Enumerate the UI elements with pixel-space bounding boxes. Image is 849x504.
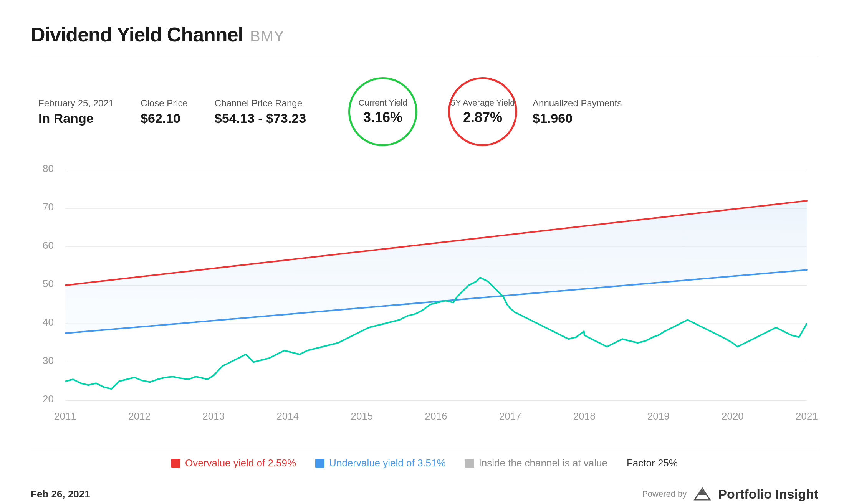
- svg-text:50: 50: [43, 278, 54, 289]
- payments-label: Annualized Payments: [533, 98, 622, 109]
- svg-text:60: 60: [43, 240, 54, 251]
- svg-text:2018: 2018: [573, 410, 596, 422]
- svg-marker-26: [65, 201, 807, 333]
- overvalue-legend: Overvalue yield of 2.59%: [171, 457, 296, 469]
- svg-text:80: 80: [43, 165, 54, 174]
- channel-label: Inside the channel is at value: [479, 457, 607, 469]
- svg-text:30: 30: [43, 355, 54, 366]
- date-status-block: February 25, 2021 In Range: [38, 98, 141, 126]
- page-title: Dividend Yield Channel: [31, 23, 243, 46]
- channel-range-value: $54.13 - $73.23: [215, 111, 306, 126]
- svg-text:2020: 2020: [722, 410, 744, 422]
- channel-range-label: Channel Price Range: [215, 98, 302, 109]
- brand-name: Portfolio Insight: [718, 487, 818, 502]
- payments-block: Annualized Payments $1.960: [533, 98, 649, 126]
- svg-text:2014: 2014: [276, 410, 299, 422]
- status-value: In Range: [38, 111, 94, 126]
- chart-area: 80 70 60 50 40 30 20 2011 2012 201: [31, 165, 818, 436]
- overvalue-label: Overvalue yield of 2.59%: [185, 457, 296, 469]
- undervalue-dot: [315, 459, 324, 468]
- avg-yield-label: 5Y Average Yield: [451, 98, 515, 108]
- footer-date: Feb 26, 2021: [31, 488, 90, 500]
- footer-row: Feb 26, 2021 Powered by Portfolio Insigh…: [31, 483, 818, 502]
- close-price-value: $62.10: [141, 111, 180, 126]
- svg-text:2017: 2017: [499, 410, 521, 422]
- ticker-symbol: BMY: [250, 28, 285, 45]
- factor-legend: Factor 25%: [627, 457, 678, 469]
- svg-text:2013: 2013: [202, 410, 225, 422]
- svg-text:2021: 2021: [796, 410, 818, 422]
- close-price-block: Close Price $62.10: [141, 98, 215, 126]
- undervalue-label: Undervalue yield of 3.51%: [329, 457, 446, 469]
- close-price-label: Close Price: [141, 98, 188, 109]
- undervalue-legend: Undervalue yield of 3.51%: [315, 457, 446, 469]
- svg-text:2019: 2019: [647, 410, 670, 422]
- svg-text:2011: 2011: [54, 410, 76, 422]
- powered-by-label: Powered by: [642, 489, 687, 499]
- legend-row: Overvalue yield of 2.59% Undervalue yiel…: [31, 451, 818, 475]
- channel-legend: Inside the channel is at value: [465, 457, 607, 469]
- brand-logo-icon: [693, 486, 712, 502]
- svg-text:2015: 2015: [351, 410, 373, 422]
- channel-range-block: Channel Price Range $54.13 - $73.23: [215, 98, 333, 126]
- date-label: February 25, 2021: [38, 98, 114, 109]
- payments-value: $1.960: [533, 111, 573, 126]
- svg-text:2012: 2012: [128, 410, 151, 422]
- avg-yield-circle: 5Y Average Yield 2.87%: [448, 77, 517, 146]
- svg-text:20: 20: [43, 393, 54, 405]
- svg-text:40: 40: [43, 316, 54, 328]
- factor-label: Factor 25%: [627, 457, 678, 469]
- svg-text:2016: 2016: [425, 410, 447, 422]
- current-yield-label: Current Yield: [358, 98, 407, 108]
- current-yield-circle: Current Yield 3.16%: [348, 77, 417, 146]
- footer-brand: Powered by Portfolio Insight: [642, 486, 818, 502]
- current-yield-value: 3.16%: [363, 109, 402, 126]
- svg-text:70: 70: [43, 201, 54, 213]
- page-header: Dividend Yield Channel BMY: [31, 23, 818, 58]
- overvalue-dot: [171, 459, 180, 468]
- chart-svg: 80 70 60 50 40 30 20 2011 2012 201: [31, 165, 818, 436]
- channel-dot: [465, 459, 474, 468]
- metrics-row: February 25, 2021 In Range Close Price $…: [31, 77, 818, 146]
- avg-yield-value: 2.87%: [463, 109, 502, 126]
